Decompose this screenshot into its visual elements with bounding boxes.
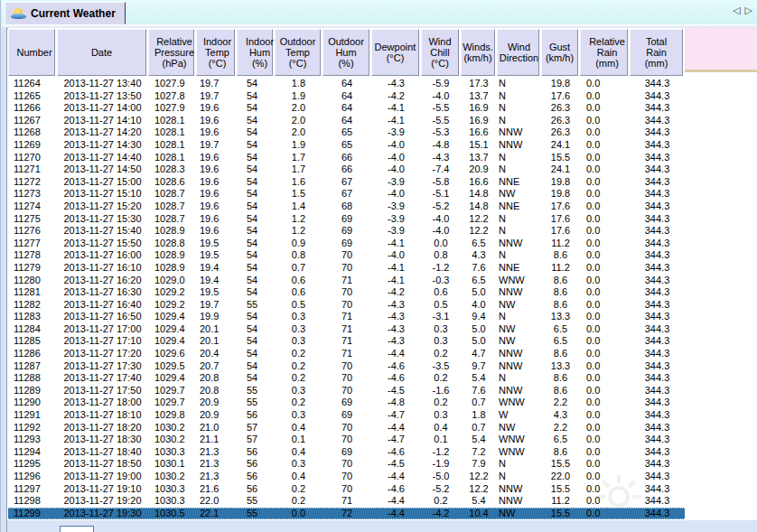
column-header[interactable]: Relative Rain (mm) (580, 29, 628, 76)
cell: 70 (322, 262, 371, 275)
cell: 19.6 (196, 213, 237, 226)
cell: 0.3 (421, 335, 461, 348)
cell: 0.2 (275, 483, 322, 496)
table-row[interactable]: 112752013-11-27 15:301028.719.6541.269-3… (8, 213, 685, 226)
cell: 12.2 (461, 483, 497, 496)
column-header[interactable]: Number (8, 29, 55, 76)
cell: 0.0 (580, 262, 630, 275)
column-header[interactable]: Indoor Temp (°C) (196, 29, 235, 76)
column-header[interactable]: Wind Chill (°C) (421, 29, 459, 76)
column-header[interactable]: Outdoor Hum (%) (322, 29, 369, 76)
cell: 56 (237, 446, 275, 459)
table-row[interactable]: 112892013-11-27 17:501029.720.8550.370-4… (8, 385, 685, 397)
table-row[interactable]: 112742013-11-27 15:201028.719.6541.468-3… (8, 201, 685, 213)
cell: 6.5 (461, 238, 497, 250)
table-row[interactable]: 112832013-11-27 16:501029.419.9540.371-4… (8, 311, 685, 323)
cell: 8.6 (541, 372, 580, 385)
tab-current-weather[interactable]: Current Weather (5, 2, 126, 24)
table-row-selected[interactable]: 112992013-11-27 19:301030.522.1550.072-4… (8, 508, 685, 520)
column-header[interactable]: Date (57, 29, 146, 76)
cell: 0.8 (275, 249, 322, 262)
table-row[interactable]: 112732013-11-27 15:101028.719.6541.567-4… (8, 188, 685, 201)
table-row[interactable]: 112762013-11-27 15:401028.919.6541.269-3… (8, 225, 685, 238)
cell: 0.3 (421, 323, 461, 336)
cell: 0.7 (461, 422, 497, 434)
cell: 54 (237, 139, 275, 152)
cell: 70 (322, 471, 371, 483)
table-row[interactable]: 112812013-11-27 16:301029.219.5540.670-4… (8, 286, 685, 299)
cell: 2013-11-27 19:20 (57, 495, 148, 508)
cell: 6.5 (461, 275, 497, 287)
cell: 2.0 (275, 115, 322, 127)
cell: 7.9 (461, 458, 497, 471)
table-row[interactable]: 112962013-11-27 19:001030.221.3560.470-4… (8, 471, 685, 483)
table-row[interactable]: 112972013-11-27 19:101030.321.6560.270-4… (8, 483, 685, 496)
column-header[interactable]: Gust (km/h) (541, 29, 578, 76)
cell: N (497, 225, 541, 238)
cell: 11299 (8, 509, 57, 519)
table-row[interactable]: 112662013-11-27 14:001027.919.6542.064-4… (8, 102, 685, 115)
cell: 1029.5 (148, 360, 196, 373)
cell: 54 (237, 126, 275, 139)
cell: 64 (322, 102, 371, 115)
cell: 0.0 (580, 176, 630, 189)
cell: 344.3 (630, 434, 685, 446)
table-row[interactable]: 112682013-11-27 14:201028.119.6542.065-3… (8, 126, 685, 139)
column-header[interactable]: Wind Direction (497, 29, 539, 76)
tab-label: Current Weather (31, 7, 116, 20)
cell: 1030.3 (148, 495, 196, 508)
table-row[interactable]: 112932013-11-27 18:301030.221.1570.170-4… (8, 434, 685, 446)
table-row[interactable]: 112802013-11-27 16:201029.019.4540.671-4… (8, 275, 685, 287)
column-header[interactable]: Dewpoint (°C) (371, 29, 419, 76)
cell: 0.0 (580, 372, 630, 385)
table-row[interactable]: 112922013-11-27 18:201030.221.0570.470-4… (8, 422, 685, 434)
table-row[interactable]: 112882013-11-27 17:401029.420.8540.270-4… (8, 372, 685, 385)
cell: 11264 (8, 78, 57, 90)
table-row[interactable]: 112942013-11-27 18:401030.321.3560.469-4… (8, 446, 685, 459)
cell: N (497, 213, 541, 226)
cell: 54 (237, 348, 275, 360)
table-row[interactable]: 112672013-11-27 14:101028.119.6542.064-4… (8, 115, 685, 127)
cell: 0.0 (580, 152, 630, 164)
tab-scroll-right-icon[interactable]: ▷ (745, 4, 752, 16)
table-row[interactable]: 112912013-11-27 18:101029.820.9560.369-4… (8, 409, 685, 422)
table-row[interactable]: 112642013-11-27 13:401027.919.7541.864-4… (8, 78, 685, 90)
cell: 344.3 (630, 126, 685, 139)
table-row[interactable]: 112872013-11-27 17:301029.520.7540.270-4… (8, 360, 685, 373)
cell: 2.0 (275, 102, 322, 115)
column-header[interactable]: Total Rain (mm) (630, 29, 683, 76)
cell: 0.5 (421, 299, 461, 312)
table-row[interactable]: 112772013-11-27 15:501028.819.5540.969-4… (8, 238, 685, 250)
cell: N (497, 102, 541, 115)
column-header[interactable]: Outdoor Temp (°C) (275, 29, 321, 76)
cell: 2013-11-27 14:10 (57, 115, 148, 127)
cell: 7.2 (461, 446, 497, 459)
table-row[interactable]: 112862013-11-27 17:201029.620.4540.271-4… (8, 348, 685, 360)
column-header[interactable]: Relative Pressure (hPa) (148, 29, 194, 76)
cell: 1.7 (275, 152, 322, 164)
table-row[interactable]: 112822013-11-27 16:401029.219.7550.570-4… (8, 299, 685, 312)
table-row[interactable]: 112722013-11-27 15:001028.619.6541.667-3… (8, 176, 685, 189)
column-header[interactable]: Winds. (km/h) (461, 29, 495, 76)
table-row[interactable]: 112782013-11-27 16:001028.919.5540.870-4… (8, 249, 685, 262)
column-header[interactable]: Indoor Hum (%) (237, 29, 273, 76)
cell: 11281 (8, 286, 57, 299)
table-row[interactable]: 112982013-11-27 19:201030.322.0550.271-4… (8, 495, 685, 508)
cell: 9.7 (461, 360, 497, 373)
table-row[interactable]: 112952013-11-27 18:501030.121.3560.370-4… (8, 458, 685, 471)
table-row[interactable]: 112712013-11-27 14:501028.319.6541.766-4… (8, 163, 685, 176)
table-row[interactable]: 112692013-11-27 14:301028.119.7541.965-4… (8, 139, 685, 152)
tab-scroll-left-icon[interactable]: ◁ (733, 4, 740, 16)
table-row[interactable]: 112652013-11-27 13:501027.819.7541.964-4… (8, 90, 685, 103)
table-row[interactable]: 112842013-11-27 17:001029.420.1540.371-4… (8, 323, 685, 336)
table-row[interactable]: 112902013-11-27 18:001029.720.9550.269-4… (8, 397, 685, 409)
table-row[interactable]: 112792013-11-27 16:101028.919.4540.770-4… (8, 262, 685, 275)
cell: 344.3 (630, 335, 685, 348)
table-row[interactable]: 112702013-11-27 14:401028.119.6541.766-4… (8, 152, 685, 164)
table-row[interactable]: 112852013-11-27 17:101029.420.1540.371-4… (8, 335, 685, 348)
cell: 1027.9 (148, 78, 196, 90)
cell: NW (497, 188, 541, 201)
cell: 344.3 (630, 201, 685, 213)
cell: -4.4 (371, 471, 421, 483)
bottom-partial-control[interactable] (60, 526, 94, 532)
